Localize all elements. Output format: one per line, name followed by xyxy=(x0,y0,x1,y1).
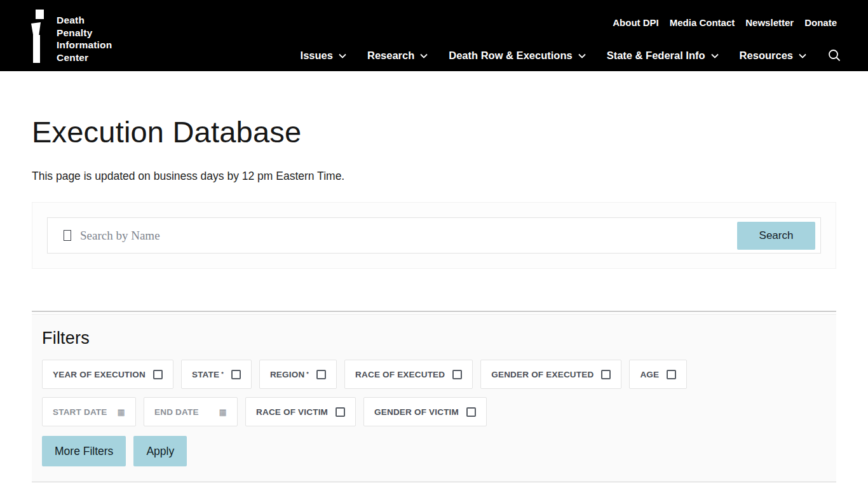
site-header: Death Penalty Information Center About D… xyxy=(0,0,868,71)
required-asterisk: * xyxy=(306,370,309,377)
link-newsletter[interactable]: Newsletter xyxy=(745,17,794,28)
calendar-icon: ▦ xyxy=(219,407,227,417)
nav-item-label: Issues xyxy=(301,50,333,62)
nav-item-issues[interactable]: Issues xyxy=(301,50,346,62)
page-title: Execution Database xyxy=(32,117,836,147)
chevron-down-icon xyxy=(578,53,586,58)
search-panel: Search xyxy=(32,202,836,269)
required-asterisk: * xyxy=(221,370,224,377)
nav-item-death-row-executions[interactable]: Death Row & Executions xyxy=(449,50,585,62)
nav-item-research[interactable]: Research xyxy=(367,50,428,62)
checkbox-icon xyxy=(667,370,676,379)
search-button[interactable]: Search xyxy=(737,222,815,250)
filter-row-2: START DATE ▦ END DATE ▦ RACE OF VICTIM G… xyxy=(42,397,826,426)
section-divider xyxy=(32,311,836,312)
filters-section: Filters YEAR OF EXECUTION STATE * REGION… xyxy=(32,314,836,482)
main-content: Execution Database This page is updated … xyxy=(0,117,868,482)
filter-race-of-executed[interactable]: RACE OF EXECUTED xyxy=(344,360,473,389)
search-by-name-input[interactable] xyxy=(71,218,737,253)
chevron-down-icon xyxy=(799,53,806,58)
link-donate[interactable]: Donate xyxy=(804,17,837,28)
filter-state[interactable]: STATE * xyxy=(181,360,252,389)
logo-line: Death xyxy=(57,14,112,27)
filter-gender-of-executed[interactable]: GENDER OF EXECUTED xyxy=(480,360,621,389)
filter-year-of-execution[interactable]: YEAR OF EXECUTION xyxy=(42,360,173,389)
nav-item-label: Resources xyxy=(740,50,793,62)
filter-label: YEAR OF EXECUTION xyxy=(53,370,146,379)
filter-label: START DATE xyxy=(53,407,107,417)
checkbox-icon xyxy=(466,407,476,417)
filter-region[interactable]: REGION * xyxy=(259,360,337,389)
checkbox-icon xyxy=(153,370,163,379)
nav-item-state-federal-info[interactable]: State & Federal Info xyxy=(607,50,719,62)
filters-heading: Filters xyxy=(42,329,826,348)
filter-label: GENDER OF VICTIM xyxy=(374,407,459,417)
chevron-down-icon xyxy=(339,53,346,58)
checkbox-icon xyxy=(601,370,611,379)
checkbox-icon xyxy=(452,370,462,379)
filter-start-date[interactable]: START DATE ▦ xyxy=(42,397,136,426)
checkbox-icon xyxy=(336,407,345,417)
main-nav: Issues Research Death Row & Executions S… xyxy=(301,48,841,62)
filter-label: AGE xyxy=(640,370,659,379)
header-search-icon[interactable] xyxy=(827,48,841,62)
search-row: Search xyxy=(47,217,821,254)
chevron-down-icon xyxy=(711,53,719,58)
filter-label: END DATE xyxy=(154,407,199,417)
calendar-icon: ▦ xyxy=(118,407,125,417)
nav-item-resources[interactable]: Resources xyxy=(740,50,806,62)
logo-line: Information xyxy=(57,39,112,51)
filter-label: RACE OF EXECUTED xyxy=(355,370,445,379)
missing-glyph-icon xyxy=(64,230,71,241)
filter-label: REGION xyxy=(270,370,304,379)
filter-label: STATE xyxy=(192,370,219,379)
site-logo-text: Death Penalty Information Center xyxy=(57,14,112,64)
filter-end-date[interactable]: END DATE ▦ xyxy=(144,397,238,426)
nav-item-label: State & Federal Info xyxy=(607,50,705,62)
filter-label: RACE OF VICTIM xyxy=(256,407,328,417)
link-media-contact[interactable]: Media Contact xyxy=(670,17,735,28)
nav-item-label: Research xyxy=(367,50,414,62)
chevron-down-icon xyxy=(420,53,428,58)
logo-line: Center xyxy=(57,51,112,64)
link-about-dpi[interactable]: About DPI xyxy=(613,17,659,28)
page-subtitle: This page is updated on business days by… xyxy=(32,170,836,183)
checkbox-icon xyxy=(316,370,326,379)
filter-gender-of-victim[interactable]: GENDER OF VICTIM xyxy=(363,397,487,426)
filter-age[interactable]: AGE xyxy=(629,360,687,389)
site-logo[interactable]: Death Penalty Information Center xyxy=(30,10,112,64)
checkbox-icon xyxy=(231,370,241,379)
filter-race-of-victim[interactable]: RACE OF VICTIM xyxy=(245,397,356,426)
more-filters-button[interactable]: More Filters xyxy=(42,436,126,466)
dpi-logo-icon xyxy=(30,10,46,63)
filter-label: GENDER OF EXECUTED xyxy=(491,370,593,379)
logo-line: Penalty xyxy=(57,27,112,39)
apply-button[interactable]: Apply xyxy=(133,436,187,466)
filter-actions: More Filters Apply xyxy=(42,436,826,466)
nav-item-label: Death Row & Executions xyxy=(449,50,572,62)
utility-nav: About DPI Media Contact Newsletter Donat… xyxy=(613,17,837,28)
filter-row-1: YEAR OF EXECUTION STATE * REGION * RACE … xyxy=(42,360,826,389)
